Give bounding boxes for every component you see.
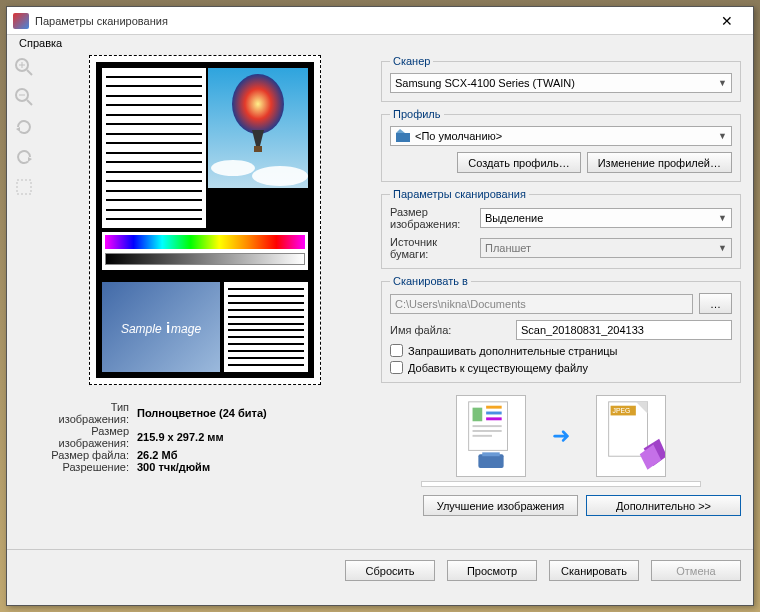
preview-selection[interactable]: Sample image xyxy=(89,55,321,385)
svg-point-14 xyxy=(252,166,308,186)
paper-source-select: Планшет ▼ xyxy=(480,238,732,258)
ask-more-checkbox[interactable]: Запрашивать дополнительные страницы xyxy=(390,344,732,357)
left-toolbar xyxy=(7,51,41,549)
svg-text:JPEG: JPEG xyxy=(613,407,631,414)
preview-panel: Sample image Тип изображения:Полноцветно… xyxy=(41,51,369,549)
svg-rect-25 xyxy=(478,454,503,468)
balloon-graphic xyxy=(208,68,308,188)
filename-label: Имя файла: xyxy=(390,324,510,336)
preview-image: Sample image xyxy=(96,62,314,378)
close-button[interactable]: ✕ xyxy=(707,13,747,29)
svg-rect-21 xyxy=(486,417,502,420)
svg-marker-7 xyxy=(16,127,20,132)
zoom-out-icon[interactable] xyxy=(14,87,34,107)
profile-icon xyxy=(395,129,411,143)
zoom-in-icon[interactable] xyxy=(14,57,34,77)
svg-marker-16 xyxy=(396,129,405,133)
svg-rect-24 xyxy=(473,435,492,437)
scan-params-group: Параметры сканирования Размер изображени… xyxy=(381,188,741,269)
image-size-select[interactable]: Выделение ▼ xyxy=(480,208,732,228)
browse-button[interactable]: … xyxy=(699,293,732,314)
svg-line-1 xyxy=(27,70,32,75)
menubar: Справка xyxy=(7,35,753,51)
workflow-graphic: ➜ JPEG xyxy=(381,395,741,477)
chevron-down-icon: ▼ xyxy=(718,131,727,141)
advanced-button[interactable]: Дополнительно >> xyxy=(586,495,741,516)
filename-field[interactable] xyxy=(516,320,732,340)
svg-line-5 xyxy=(27,100,32,105)
workflow-progress xyxy=(421,481,701,487)
svg-rect-12 xyxy=(254,146,262,152)
scan-button[interactable]: Сканировать xyxy=(549,560,639,581)
svg-rect-26 xyxy=(482,452,499,456)
menu-help[interactable]: Справка xyxy=(13,35,68,51)
svg-marker-8 xyxy=(28,157,32,162)
svg-rect-19 xyxy=(486,406,502,409)
profile-group: Профиль <По умолчанию> ▼ Создать профиль… xyxy=(381,108,741,182)
chevron-down-icon: ▼ xyxy=(718,243,727,253)
settings-panel: Сканер Samsung SCX-4100 Series (TWAIN) ▼… xyxy=(369,51,753,549)
svg-point-13 xyxy=(211,160,255,176)
svg-rect-15 xyxy=(396,133,410,142)
reset-button[interactable]: Сбросить xyxy=(345,560,435,581)
svg-rect-23 xyxy=(473,430,502,432)
svg-rect-18 xyxy=(473,408,483,422)
chevron-down-icon: ▼ xyxy=(718,213,727,223)
svg-rect-20 xyxy=(486,412,502,415)
dialog-footer: Сбросить Просмотр Сканировать Отмена xyxy=(7,549,753,591)
arrow-right-icon: ➜ xyxy=(552,423,570,449)
path-field xyxy=(390,294,693,314)
create-profile-button[interactable]: Создать профиль… xyxy=(457,152,580,173)
workflow-target-card[interactable]: JPEG xyxy=(596,395,666,477)
window-title: Параметры сканирования xyxy=(35,15,707,27)
append-checkbox[interactable]: Добавить к существующему файлу xyxy=(390,361,732,374)
svg-point-11 xyxy=(232,74,284,134)
preview-button[interactable]: Просмотр xyxy=(447,560,537,581)
workflow-source-card[interactable] xyxy=(456,395,526,477)
scan-params-legend: Параметры сканирования xyxy=(390,188,529,200)
edit-profiles-button[interactable]: Изменение профилей… xyxy=(587,152,732,173)
chevron-down-icon: ▼ xyxy=(718,78,727,88)
profile-legend: Профиль xyxy=(390,108,444,120)
cancel-button: Отмена xyxy=(651,560,741,581)
image-info: Тип изображения:Полноцветное (24 бита) Р… xyxy=(47,401,363,473)
scan-to-legend: Сканировать в xyxy=(390,275,471,287)
sample-image-tile: Sample image xyxy=(102,282,220,372)
enhance-button[interactable]: Улучшение изображения xyxy=(423,495,578,516)
scanner-group: Сканер Samsung SCX-4100 Series (TWAIN) ▼ xyxy=(381,55,741,102)
scanner-select[interactable]: Samsung SCX-4100 Series (TWAIN) ▼ xyxy=(390,73,732,93)
svg-rect-22 xyxy=(473,425,502,427)
crop-icon[interactable] xyxy=(14,177,34,197)
profile-select[interactable]: <По умолчанию> ▼ xyxy=(390,126,732,146)
rotate-left-icon[interactable] xyxy=(14,117,34,137)
rotate-right-icon[interactable] xyxy=(14,147,34,167)
titlebar: Параметры сканирования ✕ xyxy=(7,7,753,35)
color-strip xyxy=(102,232,308,270)
dialog-window: Параметры сканирования ✕ Справка xyxy=(6,6,754,606)
paper-source-label: Источник бумаги: xyxy=(390,236,474,260)
app-icon xyxy=(13,13,29,29)
scanner-legend: Сканер xyxy=(390,55,433,67)
svg-rect-9 xyxy=(17,180,31,194)
scan-to-group: Сканировать в … Имя файла: Запрашивать д… xyxy=(381,275,741,383)
image-size-label: Размер изображения: xyxy=(390,206,474,230)
